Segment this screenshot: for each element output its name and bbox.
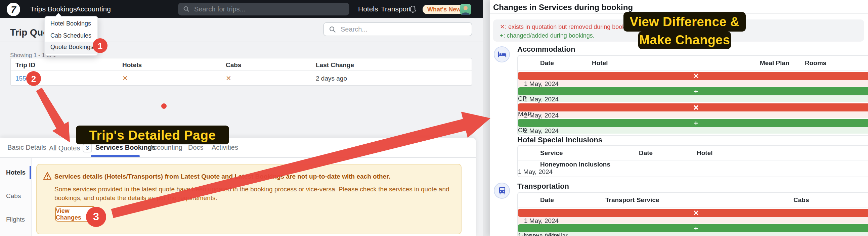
accommodation-row-added: + 1 May, 2024 HAVELOCK ISLAND BEACH RESO…: [518, 87, 868, 102]
legend-added: +: changed/added during bookings.: [500, 32, 595, 39]
col-hotels: Hotels: [122, 61, 226, 68]
menu-item-hotel-bookings[interactable]: Hotel Bookings: [45, 18, 97, 30]
added-symbol: +: [500, 32, 503, 39]
sidebar-item-flights[interactable]: Flights: [6, 215, 25, 223]
user-avatar[interactable]: [460, 4, 471, 14]
col-service: Service: [518, 149, 639, 157]
quotes-search-input[interactable]: [339, 25, 463, 34]
nav-accounting[interactable]: Accounting: [76, 0, 111, 18]
nav-trips[interactable]: Trips: [30, 0, 46, 18]
tab-basic-details[interactable]: Basic Details: [7, 144, 46, 151]
removed-mark[interactable]: ✕: [518, 208, 868, 216]
divider: [0, 157, 476, 158]
legend-removed-text: : exists in quotation but removed during…: [505, 24, 638, 30]
services-sidebar: Hotels Cabs Flights: [0, 158, 32, 236]
menu-item-cab-schedules[interactable]: Cab Schedules: [45, 30, 97, 42]
row-date: 1 May, 2024: [518, 79, 868, 87]
quotes-table-header: Trip ID Hotels Cabs Last Change: [11, 59, 472, 71]
nav-hotels[interactable]: Hotels: [358, 0, 378, 18]
transportation-row-added: + 1 May, 2024 Gangtok to Lataguri - Tran…: [518, 224, 868, 236]
search-icon: [329, 26, 336, 33]
bell-icon[interactable]: [409, 5, 416, 13]
row-service: Honeymoon Inclusions: [518, 161, 868, 168]
bookings-dropdown-menu: Hotel Bookings Cab Schedules Quote Booki…: [44, 16, 98, 56]
tab-activities[interactable]: Activities: [212, 144, 238, 151]
whats-new-button[interactable]: What's New: [423, 4, 466, 14]
col-trip-id: Trip ID: [16, 61, 122, 68]
warning-body: Some services provided in the latest quo…: [54, 184, 458, 202]
transportation-row-removed: ✕ 1 May, 2024 Gangtok to Ravangala - Day…: [518, 208, 868, 223]
special-inclusions-header: Service Date Hotel: [518, 146, 868, 161]
row-date: 1 May, 2024: [518, 168, 868, 175]
trip-search-bar[interactable]: [178, 3, 349, 15]
step-2-badge: 2: [26, 71, 41, 86]
top-navbar: 7 Trips Bookings Accounting Hotels Trans…: [0, 0, 483, 18]
transportation-header: Date Transport Service Cabs: [518, 193, 868, 207]
transportation-heading: Transportation: [517, 182, 569, 190]
trip-detail-card: Basic Details All Quotes3 Services Booki…: [0, 138, 476, 236]
col-hotel: Hotel: [697, 149, 868, 157]
bus-icon: [494, 182, 510, 199]
view-difference-callout: View Difference &: [623, 12, 746, 32]
row-date: 1 May, 2024: [518, 95, 868, 103]
tab-all-quotes[interactable]: All Quotes3: [49, 144, 92, 153]
added-mark[interactable]: +: [518, 119, 868, 127]
special-inclusions-table: Service Date Hotel Honeymoon Inclusions …: [517, 145, 868, 177]
make-changes-callout: Make Changes: [638, 32, 731, 49]
sidebar-item-hotels[interactable]: Hotels: [6, 168, 26, 176]
bed-icon: [494, 46, 510, 62]
screenshot-root: 7 Trips Bookings Accounting Hotels Trans…: [0, 0, 868, 236]
menu-item-quote-bookings-diff[interactable]: Quote Bookings Diff: [45, 42, 97, 54]
col-cabs: Cabs: [226, 61, 316, 68]
col-date: Date: [534, 196, 605, 203]
removed-symbol: ✕: [500, 24, 505, 30]
sidebar-item-cabs[interactable]: Cabs: [6, 192, 21, 199]
row-date: 1 May, 2024: [518, 216, 868, 224]
accommodation-row-added: + 2 May, 2024 HAVELOCK ISLAND BEACH RESO…: [518, 119, 868, 134]
app-logo-icon[interactable]: 7: [7, 2, 20, 16]
search-icon: [183, 6, 189, 12]
trip-search-input[interactable]: [193, 5, 330, 13]
col-rooms: Rooms: [805, 59, 868, 66]
step-1-badge: 1: [93, 38, 107, 53]
row-date: 2 May, 2024: [518, 127, 868, 134]
col-cabs: Cabs: [794, 196, 868, 203]
diff-panel-title: Changes in Services during booking: [493, 3, 633, 12]
detail-page-callout: Trip's Detailed Page: [76, 126, 229, 144]
last-change-value: 2 days ago: [316, 74, 472, 82]
row-hotel: HAVELOCK ISLAND BEACH RESORT Havelock, 4…: [518, 134, 868, 135]
trips-app-window: 7 Trips Bookings Accounting Hotels Trans…: [0, 0, 483, 236]
added-mark[interactable]: +: [518, 224, 868, 232]
quotes-table: Trip ID Hotels Cabs Last Change 155 ✕ ✕ …: [10, 58, 472, 86]
col-meal-plan: Meal Plan: [760, 59, 805, 66]
quotes-table-row[interactable]: 155 ✕ ✕ 2 days ago: [11, 71, 472, 85]
col-hotel: Hotel: [592, 59, 760, 66]
nav-transport[interactable]: Transport: [381, 0, 411, 18]
nav-bookings[interactable]: Bookings: [48, 0, 76, 18]
sidebar-active-indicator: [30, 166, 31, 179]
tab-docs[interactable]: Docs: [188, 144, 204, 151]
step-3-badge: 3: [86, 207, 106, 227]
row-hotel: HAVELOCK ISLAND BEACH RESORT Havelock, 4…: [518, 175, 868, 177]
added-mark[interactable]: +: [518, 87, 868, 95]
special-inclusions-heading: Hotel Special Inclusions: [517, 136, 602, 144]
col-transport-service: Transport Service: [605, 196, 794, 203]
accommodation-row-removed: ✕ 1 May, 2024 SYMPHONY PALM BEACH RESORT…: [518, 71, 868, 86]
col-last-change: Last Change: [316, 61, 472, 68]
cabs-removed-mark: ✕: [226, 74, 316, 82]
avatar-face: [460, 4, 471, 14]
accommodation-heading: Accommodation: [517, 45, 575, 53]
all-quotes-count-badge: 3: [83, 144, 92, 153]
row-date: 1 May, 2024: [518, 232, 868, 236]
legend-removed: ✕: exists in quotation but removed durin…: [500, 24, 638, 30]
tab-accounting[interactable]: Accounting: [149, 144, 182, 151]
special-inclusion-row: Honeymoon Inclusions 1 May, 2024 HAVELOC…: [518, 161, 868, 177]
removed-mark[interactable]: ✕: [518, 71, 868, 79]
quotes-search-box[interactable]: [323, 22, 472, 36]
col-date: Date: [639, 149, 697, 157]
accommodation-row-removed: ✕ 2 May, 2024 SYMPHONY PALM BEACH RESORT…: [518, 103, 868, 118]
transportation-table: Date Transport Service Cabs ✕ 1 May, 202…: [517, 192, 868, 236]
tab-services-bookings[interactable]: Services Bookings: [95, 144, 156, 151]
removed-mark[interactable]: ✕: [518, 103, 868, 111]
hotels-removed-mark: ✕: [122, 74, 226, 82]
